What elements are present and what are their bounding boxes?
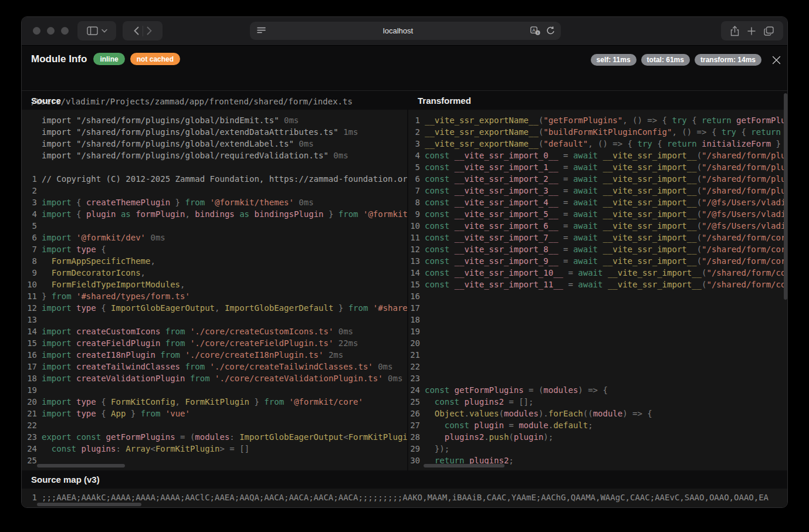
line-number: 7 bbox=[408, 185, 425, 196]
code-line: 2__vite_ssr_exportName__("buildFormKitPl… bbox=[408, 126, 788, 138]
address-bar[interactable]: localhost A x bbox=[250, 22, 561, 40]
line-number: 23 bbox=[22, 431, 42, 443]
code-line: 26 Object.values(modules).forEach((modul… bbox=[408, 408, 788, 419]
line-number: 14 bbox=[22, 326, 42, 337]
transformed-pane: Transformed 1__vite_ssr_exportName__("ge… bbox=[408, 91, 788, 470]
line-number: 9 bbox=[22, 267, 42, 279]
line-number: 7 bbox=[22, 243, 42, 255]
line-number: 18 bbox=[22, 372, 42, 384]
code-line: 16 bbox=[408, 290, 788, 302]
code-line: 1// Copyright (C) 2012-2025 Zammad Found… bbox=[22, 173, 407, 185]
reader-view-icon[interactable] bbox=[257, 27, 266, 35]
code-line: 20import type { FormKitConfig, FormKitPl… bbox=[22, 396, 407, 408]
line-number: 6 bbox=[408, 173, 425, 185]
line-number: 3 bbox=[408, 138, 425, 150]
line-number: 21 bbox=[22, 408, 42, 419]
code-line: 25 const plugins2 = []; bbox=[408, 396, 788, 408]
code-line: 21import type { App } from 'vue' bbox=[22, 408, 407, 419]
code-line: 4const __vite_ssr_import_0__ = await __v… bbox=[408, 150, 788, 161]
code-line: import "/shared/form/plugins/global/exte… bbox=[22, 126, 407, 138]
line-number: 30 bbox=[408, 455, 425, 466]
horizontal-scrollbar[interactable] bbox=[37, 464, 125, 467]
code-line: 12import type { ImportGlobEagerOutput, I… bbox=[22, 302, 407, 314]
code-line: 24 const plugins: Array<FormKitPlugin> =… bbox=[22, 443, 407, 455]
horizontal-scrollbar[interactable] bbox=[37, 503, 141, 506]
total-time-badge: total: 61ms bbox=[641, 54, 690, 66]
code-line: 7const __vite_ssr_import_3__ = await __v… bbox=[408, 185, 788, 196]
browser-window: localhost A x bbox=[21, 16, 788, 508]
line-number: 11 bbox=[22, 290, 42, 302]
line-number: 19 bbox=[22, 384, 42, 396]
line-number: 1 bbox=[22, 492, 42, 503]
toolbar-right-group bbox=[721, 21, 783, 40]
line-number: 13 bbox=[408, 255, 425, 267]
code-line: 12const __vite_ssr_import_8__ = await __… bbox=[408, 243, 788, 255]
line-number: 20 bbox=[408, 337, 425, 349]
code-line: 11const __vite_ssr_import_7__ = await __… bbox=[408, 232, 788, 243]
module-info-header: Module Info inline not cached self: 11ms… bbox=[22, 45, 787, 90]
window-close-button[interactable] bbox=[33, 27, 40, 35]
code-line: 22 bbox=[408, 361, 788, 372]
line-number: 4 bbox=[408, 150, 425, 161]
sourcemap-title: Source map (v3) bbox=[22, 470, 788, 489]
line-number: 14 bbox=[408, 267, 425, 279]
code-line: 4import { plugin as formPlugin, bindings… bbox=[22, 208, 407, 220]
line-number: 17 bbox=[408, 302, 425, 314]
source-code-area[interactable]: import "/shared/form/plugins/global/bind… bbox=[22, 110, 407, 470]
code-line: 2 bbox=[22, 185, 407, 196]
url-text[interactable]: localhost bbox=[266, 26, 530, 35]
chevron-down-icon[interactable] bbox=[101, 29, 107, 33]
line-number: 28 bbox=[408, 431, 425, 443]
code-line: 5 bbox=[22, 220, 407, 232]
nav-divider bbox=[143, 26, 143, 36]
code-line: 1__vite_ssr_exportName__("getFormPlugins… bbox=[408, 114, 788, 126]
line-number: 13 bbox=[22, 314, 42, 326]
line-number: 10 bbox=[408, 220, 425, 232]
code-line: 22 bbox=[22, 419, 407, 431]
window-zoom-button[interactable] bbox=[61, 27, 69, 35]
reload-icon[interactable] bbox=[546, 26, 555, 35]
code-line: 18import createValidationPlugin from './… bbox=[22, 372, 407, 384]
code-line: 9const __vite_ssr_import_5__ = await __v… bbox=[408, 208, 788, 220]
code-line: 7import type { bbox=[22, 243, 407, 255]
horizontal-scrollbar[interactable] bbox=[424, 464, 505, 467]
line-number: 12 bbox=[408, 243, 425, 255]
tabs-overview-icon[interactable] bbox=[764, 26, 774, 36]
share-icon[interactable] bbox=[730, 26, 739, 36]
code-line: 21 bbox=[408, 349, 788, 361]
window-minimize-button[interactable] bbox=[47, 27, 55, 35]
code-line: 11} from '#shared/types/form.ts' bbox=[22, 290, 407, 302]
translate-icon[interactable]: A x bbox=[530, 26, 540, 35]
line-number: 18 bbox=[408, 314, 425, 326]
line-number: 26 bbox=[408, 408, 425, 419]
new-tab-icon[interactable] bbox=[747, 27, 756, 35]
vertical-scrollbar[interactable] bbox=[784, 93, 787, 300]
code-panes: Source import "/shared/form/plugins/glob… bbox=[22, 90, 788, 470]
transformed-code-area[interactable]: 1__vite_ssr_exportName__("getFormPlugins… bbox=[408, 110, 788, 470]
line-number: 2 bbox=[408, 126, 425, 138]
transformed-pane-title: Transformed bbox=[408, 91, 788, 110]
sourcemap-section: Source map (v3) 1;;;AAEA;AAAkC;AAAA;AAAA… bbox=[22, 470, 788, 508]
sidebar-toggle-group bbox=[77, 21, 116, 40]
code-line: 10 FormFieldTypeImportModules, bbox=[22, 279, 407, 290]
line-number: 8 bbox=[408, 196, 425, 208]
self-time-badge: self: 11ms bbox=[591, 54, 637, 66]
code-line: 19 bbox=[22, 384, 407, 396]
back-button[interactable] bbox=[134, 26, 139, 35]
line-number: 29 bbox=[408, 443, 425, 455]
code-line: 15import createFieldPlugin from './core/… bbox=[22, 337, 407, 349]
svg-text:A: A bbox=[532, 28, 536, 33]
line-number: 3 bbox=[22, 196, 42, 208]
close-icon[interactable] bbox=[772, 56, 781, 65]
line-number: 8 bbox=[22, 255, 42, 267]
line-number: 24 bbox=[408, 384, 425, 396]
line-number: 25 bbox=[408, 396, 425, 408]
code-line: 20 bbox=[408, 337, 788, 349]
line-number: 20 bbox=[22, 396, 42, 408]
code-line: 8 FormAppSpecificTheme, bbox=[22, 255, 407, 267]
code-line: 14const __vite_ssr_import_10__ = await _… bbox=[408, 267, 788, 279]
code-line: 23 bbox=[408, 372, 788, 384]
forward-button[interactable] bbox=[147, 26, 152, 35]
line-number: 5 bbox=[408, 161, 425, 173]
sidebar-icon[interactable] bbox=[87, 26, 98, 35]
